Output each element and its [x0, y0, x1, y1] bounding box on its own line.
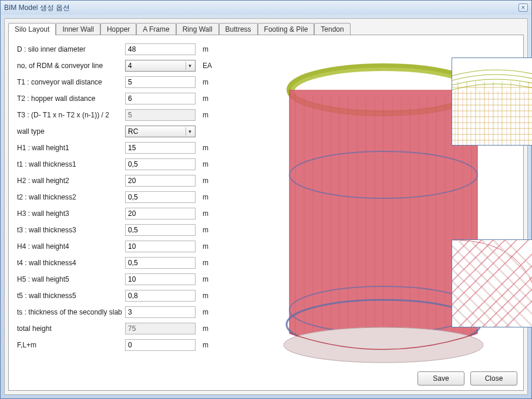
field-label: t5 : wall thickness5 [14, 292, 125, 300]
field-input[interactable] [125, 175, 196, 187]
form-row: H1 : wall height1m [14, 140, 248, 156]
close-icon[interactable]: ✕ [518, 4, 528, 12]
form-row: H4 : wall height4m [14, 238, 248, 255]
field-unit: m [196, 78, 219, 86]
field-label: T2 : hopper wall distance [14, 94, 125, 103]
tab-tendon[interactable]: Tendon [314, 23, 350, 35]
form-row: total heightm [14, 320, 248, 337]
field-label: H5 : wall height5 [14, 275, 125, 283]
field-input[interactable] [125, 43, 196, 55]
field-unit: m [196, 160, 219, 168]
tab-panel: D : silo inner diametermno, of RDM & con… [8, 35, 524, 391]
field-unit: m [196, 275, 219, 283]
field-label: H3 : wall height3 [14, 209, 125, 218]
field-label: F,L+m [14, 341, 125, 349]
svg-point-26 [284, 327, 483, 363]
field-input[interactable] [125, 191, 196, 203]
combo-value: RC [128, 127, 138, 136]
field-unit: m [196, 259, 219, 267]
field-input[interactable] [125, 93, 196, 104]
field-label: H4 : wall height4 [14, 242, 125, 251]
form-row: no, of RDM & conveyor line4▼EA [14, 58, 248, 74]
field-unit: m [196, 193, 219, 201]
field-unit: m [196, 242, 219, 251]
field-unit: m [196, 144, 219, 152]
field-input[interactable] [125, 290, 196, 302]
field-label: t1 : wall thickness1 [14, 160, 125, 168]
form-row: H2 : wall height2m [14, 173, 248, 189]
field-input[interactable] [125, 241, 196, 252]
field-unit: m [196, 292, 219, 300]
inset-rebar-detail [452, 58, 532, 146]
field-unit: EA [196, 62, 219, 70]
tab-footing-pile[interactable]: Footing & Pile [258, 23, 315, 35]
field-label: D : silo inner diameter [14, 45, 125, 53]
form-row: t1 : wall thickness1m [14, 156, 248, 173]
form-row: T2 : hopper wall distancem [14, 90, 248, 107]
inset-top-svg [452, 58, 532, 146]
field-input[interactable] [125, 339, 196, 351]
field-input[interactable] [125, 76, 196, 88]
inset-bottom-svg [452, 240, 532, 327]
field-label: no, of RDM & conveyor line [14, 62, 125, 70]
tab-a-frame[interactable]: A Frame [136, 23, 176, 35]
chevron-down-icon: ▼ [186, 127, 194, 136]
combo-value: 4 [128, 62, 132, 70]
close-button[interactable]: Close [470, 371, 517, 386]
field-label: T3 : (D- T1 x n- T2 x (n-1)) / 2 [14, 111, 125, 119]
field-input [125, 109, 196, 121]
field-unit: m [196, 341, 219, 349]
chevron-down-icon: ▼ [186, 62, 194, 70]
field-input[interactable] [125, 224, 196, 236]
tab-hopper[interactable]: Hopper [100, 23, 136, 35]
form-row: D : silo inner diameterm [14, 41, 248, 58]
button-bar: Save Close [417, 371, 517, 386]
field-unit: m [196, 45, 219, 53]
field-input[interactable] [125, 208, 196, 219]
field-unit: m [196, 111, 219, 119]
field-input[interactable] [125, 306, 196, 318]
form-column: D : silo inner diametermno, of RDM & con… [14, 41, 248, 384]
field-label: t2 : wall thickness2 [14, 193, 125, 201]
form-row: T3 : (D- T1 x n- T2 x (n-1)) / 2m [14, 107, 248, 123]
field-label: wall type [14, 127, 125, 136]
form-row: ts : thickness of the secondly slabm [14, 304, 248, 320]
tab-silo-layout[interactable]: Silo Layout [8, 23, 56, 35]
form-row: wall typeRC▼ [14, 123, 248, 140]
field-label: H1 : wall height1 [14, 144, 125, 152]
field-unit: m [196, 94, 219, 103]
field-unit: m [196, 177, 219, 185]
save-button[interactable]: Save [417, 371, 464, 386]
field-input [125, 323, 196, 334]
field-unit: m [196, 308, 219, 316]
field-combo[interactable]: 4▼ [125, 60, 196, 72]
tab-buttress[interactable]: Buttress [219, 23, 258, 35]
field-label: t4 : wall thickness4 [14, 259, 125, 267]
tab-ring-wall[interactable]: Ring Wall [176, 23, 219, 35]
form-row: t4 : wall thickness4m [14, 255, 248, 271]
field-combo[interactable]: RC▼ [125, 126, 196, 137]
form-row: t2 : wall thickness2m [14, 189, 248, 205]
form-row: F,L+mm [14, 337, 248, 353]
content-panel: Silo Layout Inner Wall Hopper A Frame Ri… [4, 18, 528, 395]
silo-3d-viewport[interactable] [284, 58, 483, 368]
form-row: T1 : conveyor wall distancem [14, 74, 248, 90]
field-label: t3 : wall thickness3 [14, 226, 125, 234]
form-row: t3 : wall thickness3m [14, 222, 248, 238]
viz-column [248, 41, 518, 384]
field-unit: m [196, 324, 219, 333]
field-unit: m [196, 209, 219, 218]
tab-inner-wall[interactable]: Inner Wall [56, 23, 100, 35]
titlebar: BIM Model 생성 옵션 ✕ [1, 1, 531, 15]
field-input[interactable] [125, 257, 196, 269]
field-label: ts : thickness of the secondly slab [14, 308, 125, 316]
field-input[interactable] [125, 273, 196, 285]
field-unit: m [196, 226, 219, 234]
field-input[interactable] [125, 158, 196, 170]
field-label: H2 : wall height2 [14, 177, 125, 185]
inset-lattice-detail [452, 239, 532, 327]
field-label: total height [14, 324, 125, 333]
field-input[interactable] [125, 142, 196, 154]
window-title: BIM Model 생성 옵션 [4, 3, 70, 13]
tab-strip: Silo Layout Inner Wall Hopper A Frame Ri… [8, 23, 524, 35]
